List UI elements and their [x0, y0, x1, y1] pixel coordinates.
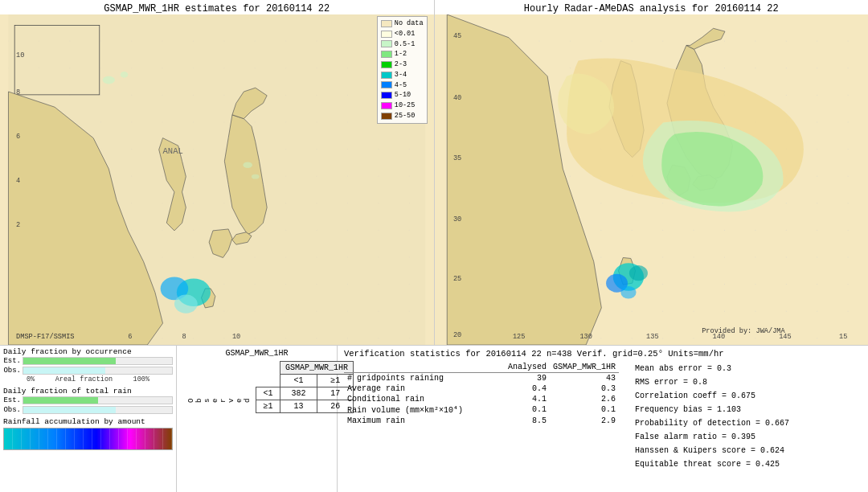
- stat-far: False alarm ratio = 0.395: [635, 430, 789, 444]
- val1-1: 0.4: [505, 383, 550, 394]
- obs-bar-1: [23, 367, 173, 375]
- row-lt1-label: <1: [256, 387, 280, 400]
- total-rain-title: Daily fraction of total rain: [3, 387, 173, 396]
- val2-4: 2.9: [550, 416, 619, 426]
- svg-text:20: 20: [452, 331, 461, 339]
- obs-label-2: Obs.: [3, 406, 21, 414]
- svg-point-10: [243, 162, 252, 168]
- svg-point-28: [628, 265, 647, 281]
- right-map-title: Hourly Radar-AMeDAS analysis for 2016011…: [435, 2, 869, 16]
- svg-text:40: 40: [452, 94, 461, 102]
- stat-freq-bias: Frequency bias = 1.103: [635, 403, 789, 416]
- contingency-title: GSMAP_MWR_1HR: [182, 349, 332, 358]
- contingency-table-panel: GSMAP_MWR_1HR GSMAP_MWR_1HR <1 ≥1 Observ…: [177, 346, 338, 492]
- stat-pod: Probability of detection = 0.667: [635, 416, 789, 430]
- val1-2: 4.1: [505, 394, 550, 404]
- val1-4: 8.5: [505, 416, 550, 426]
- stat-rms: RMS error = 0.8: [635, 375, 789, 389]
- histogram-panel: Daily fraction by occurrence Est. Obs.: [0, 346, 177, 492]
- verif-title: Verification statistics for 20160114 22 …: [344, 349, 862, 359]
- row-label-0: # gridpoints raining: [344, 373, 505, 384]
- svg-text:DMSP-F17/SSMIS: DMSP-F17/SSMIS: [16, 333, 74, 341]
- svg-text:30: 30: [452, 215, 461, 223]
- svg-text:125: 125: [512, 333, 525, 341]
- svg-text:8: 8: [16, 88, 20, 96]
- svg-text:15: 15: [839, 333, 847, 341]
- right-map-svg: 45 40 35 30 25 20 125 130 135 140 145 15…: [435, 14, 869, 345]
- val2-2: 2.6: [550, 394, 619, 404]
- occurrence-histogram: Daily fraction by occurrence Est. Obs.: [3, 347, 173, 383]
- svg-text:Provided by: JWA/JMA: Provided by: JWA/JMA: [702, 327, 785, 335]
- verification-panel: Verification statistics for 20160114 22 …: [338, 346, 868, 492]
- col-header-analysed: Analysed: [505, 362, 550, 373]
- row-label-3: Rain volume (mm×km²×10⁴): [344, 404, 505, 416]
- stats-right: Mean abs error = 0.3 RMS error = 0.8 Cor…: [635, 362, 789, 471]
- stat-mean-abs: Mean abs error = 0.3: [635, 362, 789, 375]
- header-lt1: <1: [280, 375, 317, 387]
- total-rain-histogram: Daily fraction of total rain Est. Obs.: [3, 387, 173, 414]
- est-bar-1: [23, 357, 173, 365]
- obs-label-1: Obs.: [3, 367, 21, 375]
- svg-point-9: [121, 72, 129, 78]
- row-label-2: Conditional rain: [344, 394, 505, 404]
- svg-text:130: 130: [579, 333, 592, 341]
- col-header-gsmap: GSMAP_MWR_1HR: [550, 362, 619, 373]
- cell-13: 13: [280, 400, 317, 413]
- occurrence-title: Daily fraction by occurrence: [3, 347, 173, 356]
- obs-bar-2: [23, 406, 173, 414]
- map-legend: No data <0.01 0.5-1 1-2 2-3 3-4 4-5 5-10…: [377, 16, 428, 124]
- accumulation-histogram: Rainfall accumulation by amount: [3, 417, 173, 450]
- row-label-4: Maximum rain: [344, 416, 505, 426]
- contingency-table: GSMAP_MWR_1HR <1 ≥1 Observed <1 382 17 ≥…: [182, 361, 354, 413]
- left-map-svg: ANAL 10 8 6 4 2 6 8 10 DMSP-F17/SSMIS: [0, 14, 434, 345]
- est-bar-2: [23, 396, 173, 404]
- est-label-2: Est.: [3, 396, 21, 404]
- svg-text:10: 10: [16, 51, 24, 59]
- left-map-panel: GSMAP_MWR_1HR estimates for 20160114 22: [0, 0, 435, 345]
- svg-text:8: 8: [182, 333, 186, 341]
- svg-text:25: 25: [452, 275, 461, 283]
- svg-text:2: 2: [16, 221, 20, 229]
- occurrence-axis-label: 0% Areal fraction 100%: [3, 375, 173, 383]
- svg-point-29: [620, 286, 636, 298]
- svg-text:6: 6: [128, 333, 132, 341]
- val2-1: 0.3: [550, 383, 619, 394]
- svg-text:10: 10: [232, 333, 240, 341]
- left-map-title: GSMAP_MWR_1HR estimates for 20160114 22: [0, 2, 434, 16]
- accumulation-title: Rainfall accumulation by amount: [3, 417, 173, 426]
- svg-text:4: 4: [16, 177, 20, 185]
- svg-point-8: [103, 76, 115, 84]
- stat-corr: Correlation coeff = 0.675: [635, 389, 789, 403]
- est-label-1: Est.: [3, 357, 21, 365]
- row-ge1-label: ≥1: [256, 400, 280, 413]
- svg-point-11: [252, 174, 260, 179]
- val1-3: 0.1: [505, 404, 550, 416]
- observed-row-label: Observed: [182, 387, 256, 413]
- row-label-1: Average rain: [344, 383, 505, 394]
- val2-0: 43: [550, 373, 619, 384]
- val2-3: 0.1: [550, 404, 619, 416]
- right-map-panel: Hourly Radar-AMeDAS analysis for 2016011…: [435, 0, 869, 345]
- stat-hk: Hanssen & Kuipers score = 0.624: [635, 444, 789, 457]
- val1-0: 39: [505, 373, 550, 384]
- verif-stats-table: Analysed GSMAP_MWR_1HR # gridpoints rain…: [344, 362, 619, 426]
- svg-text:35: 35: [452, 154, 461, 162]
- svg-text:6: 6: [16, 133, 20, 141]
- cell-382: 382: [280, 387, 317, 400]
- svg-text:ANAL: ANAL: [163, 146, 183, 156]
- svg-text:135: 135: [646, 333, 659, 341]
- svg-point-7: [174, 295, 198, 314]
- svg-text:45: 45: [452, 32, 461, 40]
- stat-ets: Equitable threat score = 0.425: [635, 457, 789, 471]
